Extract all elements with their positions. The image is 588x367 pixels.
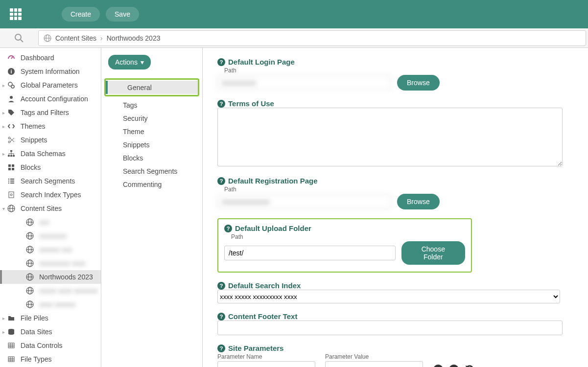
minus-icon[interactable] <box>448 364 459 367</box>
tab-theme[interactable]: Theme <box>101 125 202 138</box>
sidebar-item-label: Themes <box>21 122 46 130</box>
registration-path-input[interactable] <box>217 194 391 209</box>
content-site-item[interactable]: xxxxxxxx <box>0 229 101 243</box>
actions-button[interactable]: Actions ▾ <box>108 55 151 69</box>
svg-rect-33 <box>9 192 14 198</box>
path-label: Path <box>224 186 573 193</box>
terms-textarea[interactable] <box>217 108 563 166</box>
globe-icon <box>25 287 34 295</box>
main-content: ? Default Login Page Path Browse ? Terms… <box>203 48 588 367</box>
search-index-select[interactable]: xxxx xxxxx xxxxxxxxx xxxx <box>217 290 560 303</box>
sidebar-item-dashboard[interactable]: Dashboard <box>0 51 101 65</box>
svg-point-12 <box>8 141 10 143</box>
dashboard-icon <box>7 54 16 62</box>
field-title: Default Registration Page <box>228 177 318 185</box>
help-icon[interactable]: ? <box>217 177 225 185</box>
help-icon[interactable]: ? <box>217 282 225 290</box>
sidebar-item-search-segments[interactable]: Search Segments <box>0 174 101 188</box>
breadcrumb[interactable]: Content Sites › Northwoods 2023 <box>38 30 586 46</box>
sidebar-item-file-piles[interactable]: ▸File Piles <box>0 311 101 325</box>
blocks-icon <box>7 163 16 171</box>
sidebar-item-system-information[interactable]: iSystem Information <box>0 65 101 78</box>
sidebar-item-account-configuration[interactable]: Account Configuration <box>0 92 101 106</box>
footer-text-input[interactable] <box>217 321 563 335</box>
tab-commenting[interactable]: Commenting <box>101 178 202 191</box>
undo-icon[interactable] <box>464 364 475 367</box>
help-icon[interactable]: ? <box>217 313 225 321</box>
path-label: Path <box>224 67 573 74</box>
sidebar-item-themes[interactable]: ▸Themes <box>0 119 101 133</box>
tab-tags[interactable]: Tags <box>101 98 202 112</box>
svg-point-0 <box>15 34 21 40</box>
content-site-label: Northwoods 2023 <box>39 273 93 281</box>
sidebar-item-content-sites[interactable]: ▾Content Sites <box>0 202 101 215</box>
content-site-item[interactable]: xxxxx xxxx xxxxxxx <box>0 284 101 298</box>
svg-line-1 <box>21 40 23 42</box>
param-name-label: Parameter Name <box>217 353 315 360</box>
svg-rect-26 <box>12 168 14 170</box>
breadcrumb-root[interactable]: Content Sites <box>55 34 96 42</box>
browse-button[interactable]: Browse <box>397 75 440 91</box>
browse-button[interactable]: Browse <box>397 194 440 209</box>
sidebar-item-file-types[interactable]: File Types <box>0 352 101 366</box>
sidebar-item-label: Data Controls <box>21 342 63 349</box>
search-icon[interactable] <box>14 33 24 43</box>
content-site-item[interactable]: Northwoods 2023 <box>0 270 101 284</box>
sidebar-item-label: Data Schemas <box>21 150 66 158</box>
sidebar-item-label: System Information <box>21 68 80 75</box>
content-site-label: xxxx xxxxxx <box>39 300 75 308</box>
search-doc-icon <box>7 191 16 199</box>
content-site-item[interactable]: xxxx xxxxxx <box>0 298 101 311</box>
globe-icon <box>25 246 34 253</box>
svg-point-73 <box>449 365 459 367</box>
help-icon[interactable]: ? <box>217 344 225 352</box>
create-button[interactable]: Create <box>62 7 100 22</box>
login-path-input[interactable] <box>217 75 391 90</box>
svg-text:i: i <box>10 69 12 74</box>
svg-rect-18 <box>13 155 15 157</box>
svg-point-11 <box>8 137 10 139</box>
svg-rect-32 <box>10 183 14 184</box>
globe-icon <box>44 34 51 42</box>
svg-rect-27 <box>8 179 9 180</box>
tab-blocks[interactable]: Blocks <box>101 151 202 164</box>
content-site-item[interactable]: xxxxxxxxx xxxx <box>0 256 101 270</box>
field-title: Default Upload Folder <box>235 224 311 232</box>
sidebar-item-snippets[interactable]: Snippets <box>0 133 101 147</box>
sidebar-item-blocks[interactable]: Blocks <box>0 161 101 174</box>
field-title: Site Parameters <box>228 344 283 352</box>
tab-general[interactable]: General <box>106 81 198 94</box>
param-value-input[interactable] <box>325 361 423 367</box>
field-title: Default Login Page <box>228 58 295 66</box>
svg-rect-31 <box>8 183 9 184</box>
caret-down-icon: ▾ <box>1 206 6 211</box>
sidebar-item-search-index-types[interactable]: Search Index Types <box>0 188 101 202</box>
sidebar-item-tags-and-filters[interactable]: ▸Tags and Filters <box>0 106 101 119</box>
help-icon[interactable]: ? <box>224 225 232 232</box>
help-icon[interactable]: ? <box>217 100 225 108</box>
upload-path-input[interactable] <box>224 246 396 260</box>
param-name-input[interactable] <box>217 361 315 367</box>
tab-security[interactable]: Security <box>101 112 202 125</box>
svg-point-34 <box>10 194 12 196</box>
sidebar-item-data-sites[interactable]: ▸Data Sites <box>0 325 101 339</box>
sidebar-item-data-schemas[interactable]: ▸Data Schemas <box>0 147 101 161</box>
breadcrumb-current: Northwoods 2023 <box>107 34 161 42</box>
sidebar-item-label: Global Parameters <box>21 81 78 89</box>
tags-icon <box>7 109 16 116</box>
sidebar-item-data-controls[interactable]: Data Controls <box>0 339 101 352</box>
content-site-label: xxxxx xxxx xxxxxxx <box>39 287 98 295</box>
save-button[interactable]: Save <box>106 7 139 22</box>
content-site-label: xxxxxxxxx xxxx <box>39 259 86 267</box>
sidebar-item-global-parameters[interactable]: ▸Global Parameters <box>0 78 101 92</box>
apps-menu-icon[interactable] <box>10 8 22 20</box>
tab-search-segments[interactable]: Search Segments <box>101 164 202 178</box>
tab-snippets[interactable]: Snippets <box>101 138 202 151</box>
plus-icon[interactable] <box>433 364 444 367</box>
content-site-item[interactable]: xxxxxx xxx <box>0 243 101 256</box>
choose-folder-button[interactable]: Choose Folder <box>401 241 465 265</box>
help-icon[interactable]: ? <box>217 58 225 66</box>
sidebar-item-label: Content Sites <box>21 205 62 212</box>
globe-icon <box>25 273 34 281</box>
content-site-item[interactable]: xxx <box>0 215 101 229</box>
